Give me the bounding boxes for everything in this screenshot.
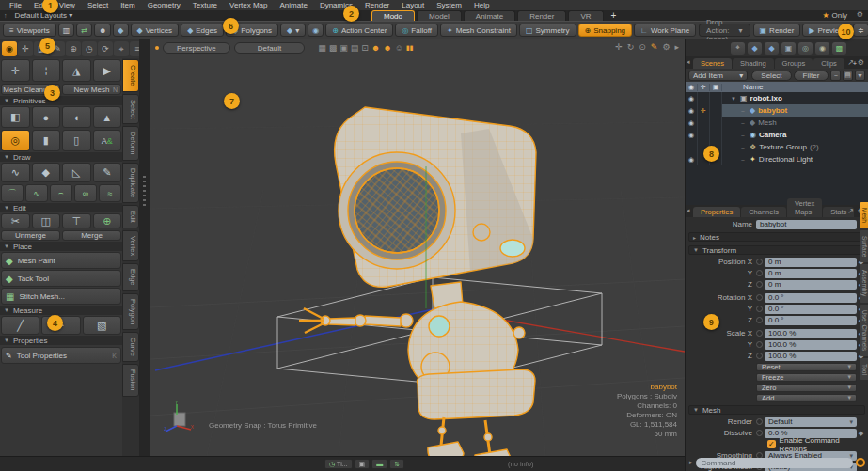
new-mesh-button[interactable]: New MeshN xyxy=(62,84,121,95)
ribbon-tool-history[interactable]: ◷ xyxy=(82,41,97,56)
zero-button[interactable]: Zero▾ xyxy=(756,384,857,392)
menu-animate[interactable]: Animate xyxy=(280,1,308,9)
layers-button[interactable]: ▣ xyxy=(355,459,371,469)
instance-item-icon[interactable]: ◆ xyxy=(765,42,779,55)
tab-surface[interactable]: Surface xyxy=(860,230,868,262)
pivot-tool-icon[interactable]: ◮ xyxy=(62,59,91,82)
rotation-z-field[interactable]: 0.0 ° xyxy=(765,316,857,325)
channel-dot[interactable] xyxy=(756,281,763,288)
item-mode-icon-button[interactable]: ☻ xyxy=(94,24,111,37)
notes-section-header[interactable]: ▸ Notes xyxy=(688,232,865,242)
default-layouts-dropdown[interactable]: Default Layouts ▾ xyxy=(15,11,73,20)
slice-tool-button[interactable]: ◫ xyxy=(32,213,61,228)
pin-cell[interactable] xyxy=(698,92,710,104)
rotation-y-field[interactable]: 0.0 ° xyxy=(765,305,857,314)
mesh-item-icon[interactable]: ◆ xyxy=(748,42,762,55)
collapse-panel-icon[interactable]: ◂ xyxy=(687,207,690,214)
menu-system[interactable]: System xyxy=(436,1,462,9)
spiral-draw-button[interactable]: ∿ xyxy=(1,163,30,182)
item-row-mesh[interactable]: ◉ – ◆ Mesh xyxy=(686,117,868,129)
command-input[interactable] xyxy=(696,458,853,468)
layer-cell[interactable] xyxy=(710,104,722,117)
tab-groups[interactable]: Groups xyxy=(775,58,813,69)
primitives-section-header[interactable]: ▼ Primitives xyxy=(0,96,122,105)
up-arrow-icon[interactable]: ↑ xyxy=(4,12,8,19)
gear-icon[interactable]: ⚙ xyxy=(857,10,863,19)
menu-help[interactable]: Help xyxy=(474,1,489,9)
expand-arrow[interactable]: – xyxy=(739,157,747,163)
cube-primitive-button[interactable]: ◧ xyxy=(1,106,30,128)
tab-polygon[interactable]: Polygon xyxy=(122,293,139,330)
replicator-item-icon[interactable]: ◎ xyxy=(798,42,813,55)
funnel-icon-button[interactable]: ▼ xyxy=(855,71,865,81)
tab-channels[interactable]: Channels xyxy=(741,207,786,217)
menu-select[interactable]: Select xyxy=(87,1,108,9)
show-items-toggle-icon[interactable]: ☻ xyxy=(371,43,380,53)
tab-assembly[interactable]: Assembly xyxy=(860,264,868,302)
show-locators-toggle-icon[interactable]: ☻ xyxy=(383,43,391,53)
tab-animate[interactable]: Animate xyxy=(464,10,515,21)
group-item-icon[interactable]: ▣ xyxy=(781,42,796,55)
item-row-babybot[interactable]: ◉ ✛ – ◆ babybot xyxy=(686,104,868,117)
channel-dot[interactable] xyxy=(756,353,763,359)
text-tool-button[interactable]: A& xyxy=(93,130,122,151)
channel-dot[interactable] xyxy=(756,270,763,276)
list-icon-button[interactable]: ▤ xyxy=(843,71,853,81)
snapping-button[interactable]: ⊕ Snapping xyxy=(578,24,633,37)
gear-icon[interactable]: ⚙ xyxy=(858,58,864,67)
expand-arrow[interactable]: – xyxy=(739,120,747,126)
channel-dot[interactable] xyxy=(756,294,763,301)
arc-curve-button[interactable]: ⌒ xyxy=(1,184,24,202)
sketch-button[interactable]: ∞ xyxy=(74,184,97,202)
tab-vr[interactable]: VR xyxy=(568,10,603,21)
ribbon-tool-move[interactable]: ✛ xyxy=(18,41,33,56)
drop-action-dropdown[interactable]: Drop Action: (none) ▾ xyxy=(699,24,750,37)
freeze-button[interactable]: Freeze▾ xyxy=(756,373,857,382)
tack-tool-button[interactable]: ◆ Tack Tool xyxy=(1,270,121,287)
menu-texture[interactable]: Texture xyxy=(193,1,217,9)
pin-cell[interactable] xyxy=(698,129,710,141)
channel-dot[interactable] xyxy=(756,259,763,265)
swap-icon-button[interactable]: ⇄ xyxy=(76,24,92,37)
fix-tool-button[interactable]: ⊕ xyxy=(93,213,122,228)
panel-splitter[interactable] xyxy=(139,39,150,456)
position-x-field[interactable]: 0 m xyxy=(765,258,857,267)
merge-button[interactable]: Merge xyxy=(62,230,121,241)
time-button[interactable]: ◷ Ti... xyxy=(324,459,353,469)
align-tool-icon[interactable]: ▶ xyxy=(93,59,122,82)
zoom-icon[interactable]: ⊙ xyxy=(639,42,646,52)
sphere-item-icon[interactable]: ◉ xyxy=(815,42,829,55)
tab-clips[interactable]: Clips xyxy=(813,58,844,69)
outline-toggle-icon[interactable]: ⊡ xyxy=(361,43,369,53)
eye-icon[interactable]: ◉ xyxy=(686,92,698,104)
unmerge-button[interactable]: Unmerge xyxy=(1,230,60,241)
capsule-primitive-button[interactable]: ◖ xyxy=(62,106,91,128)
channel-dot[interactable] xyxy=(756,330,763,337)
add-transform-button[interactable]: Add▾ xyxy=(756,394,857,402)
tab-create[interactable]: Create xyxy=(122,59,139,92)
adjust-icon-button[interactable]: ≑ xyxy=(853,24,868,37)
texture-toggle-icon[interactable]: ▤ xyxy=(351,43,359,53)
stitch-mesh-button[interactable]: ▦ Stitch Mesh... xyxy=(1,288,121,305)
shade-toggle-icon[interactable]: ▣ xyxy=(339,43,348,53)
tab-shading[interactable]: Shading xyxy=(733,58,774,69)
magnify-icon[interactable]: ⌖ xyxy=(731,42,745,55)
menu-view[interactable]: View xyxy=(59,1,75,9)
eye-icon[interactable]: ◉ xyxy=(686,129,698,141)
bezier-button[interactable]: ⌢ xyxy=(50,184,72,202)
tab-select[interactable]: Select xyxy=(122,94,139,125)
scale-y-field[interactable]: 100.0 % xyxy=(765,340,857,350)
panel-icon-button[interactable]: ▥ xyxy=(58,24,75,37)
position-z-field[interactable]: 0 m xyxy=(765,280,857,290)
menu-render[interactable]: Render xyxy=(365,1,389,9)
settings-icon[interactable]: ⚙ xyxy=(662,42,670,52)
ribbon-tool-snap[interactable]: ⊕ xyxy=(66,41,81,56)
command-history-icon[interactable]: ▸ xyxy=(689,459,693,466)
camera-icon-button[interactable]: ◉ xyxy=(308,24,324,37)
tab-duplicate[interactable]: Duplicate xyxy=(122,163,139,203)
filter-button[interactable]: Filter xyxy=(794,71,829,81)
edit-icon[interactable]: ✎ xyxy=(651,42,658,52)
tab-deform[interactable]: Deform xyxy=(122,126,139,161)
tab-edge[interactable]: Edge xyxy=(122,263,139,291)
ruler-tool-button[interactable]: ╱ xyxy=(1,316,39,335)
